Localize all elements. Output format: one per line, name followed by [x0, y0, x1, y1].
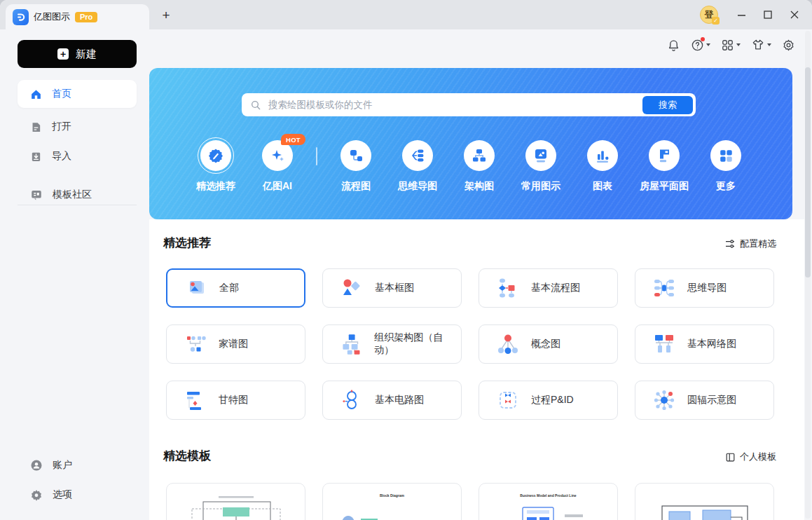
category-common-diagrams[interactable]: 常用图示	[510, 140, 572, 193]
user-avatar[interactable]: 登 ✓	[700, 6, 718, 24]
help-menu[interactable]	[691, 39, 710, 52]
apps-menu[interactable]	[721, 39, 741, 52]
card-label: 概念图	[531, 338, 560, 350]
category-row: 精选推荐 亿图AI HOT 流程图 思维导图	[185, 140, 757, 193]
sidebar-item-label: 选项	[53, 488, 72, 501]
category-ai[interactable]: 亿图AI HOT	[247, 140, 308, 193]
sidebar-item-label: 模板社区	[53, 189, 92, 201]
close-button[interactable]	[784, 4, 805, 25]
chevron-down-icon	[767, 43, 771, 46]
card-basic-flowchart[interactable]: 基本流程图	[479, 268, 618, 308]
common-diagrams-icon	[525, 140, 556, 171]
card-all[interactable]: 全部	[166, 268, 305, 308]
sidebar-item-label: 打开	[52, 121, 71, 133]
card-gantt-chart[interactable]: 甘特图	[166, 381, 305, 420]
scrollbar[interactable]	[805, 67, 811, 278]
app-logo-icon	[13, 9, 29, 25]
chevron-down-icon	[706, 43, 710, 46]
category-flowchart[interactable]: 流程图	[325, 140, 387, 193]
category-label: 图表	[593, 180, 612, 193]
search-icon	[250, 100, 261, 111]
personal-templates-icon	[725, 452, 736, 463]
card-radial-diagram[interactable]: 圆辐示意图	[635, 381, 774, 420]
templates-section-title: 精选模板	[163, 448, 211, 464]
hot-badge: HOT	[281, 134, 305, 145]
template-thumbnail[interactable]: Business Model and Product Line	[479, 483, 618, 520]
card-family-tree[interactable]: 家谱图	[166, 324, 305, 364]
template-thumbnail[interactable]	[635, 483, 774, 520]
avatar-check-icon: ✓	[712, 17, 720, 25]
configure-featured-link[interactable]: 配置精选	[724, 238, 776, 250]
card-label: 甘特图	[219, 394, 248, 406]
family-tree-icon	[184, 332, 207, 356]
card-label: 家谱图	[219, 338, 248, 350]
category-architecture[interactable]: 架构图	[448, 140, 510, 193]
category-featured[interactable]: 精选推荐	[185, 140, 247, 193]
sidebar-item-account[interactable]: 账户	[18, 451, 137, 479]
category-label: 架构图	[465, 180, 494, 193]
search-input[interactable]	[267, 99, 642, 111]
card-basic-network[interactable]: 基本网络图	[635, 324, 774, 364]
card-org-chart-auto[interactable]: 组织架构图（自动）	[322, 324, 462, 364]
card-concept-map[interactable]: 概念图	[479, 324, 618, 364]
card-basic-block-diagram[interactable]: 基本框图	[322, 268, 462, 308]
personal-templates-label: 个人模板	[740, 451, 776, 463]
sidebar-item-options[interactable]: 选项	[18, 481, 137, 509]
hierarchy-preview	[645, 495, 764, 520]
category-charts[interactable]: 图表	[572, 140, 633, 193]
flowchart-preview	[177, 495, 296, 520]
sidebar: ＋ 新建 首页 打开 导入 模板社区 账户 选项	[0, 29, 149, 520]
theme-menu[interactable]	[751, 38, 771, 52]
category-more[interactable]: 更多	[695, 140, 757, 193]
network-diagram-icon	[652, 332, 676, 356]
card-mind-map[interactable]: 思维导图	[635, 268, 774, 308]
org-chart-icon	[340, 332, 363, 356]
options-gear-icon	[30, 488, 43, 501]
category-label: 精选推荐	[196, 180, 235, 193]
minimize-button[interactable]	[731, 4, 752, 25]
app-window: 亿图图示 Pro + 登 ✓	[0, 0, 812, 520]
bar-chart-icon	[587, 140, 618, 171]
more-grid-icon	[710, 140, 741, 171]
card-label: 思维导图	[687, 282, 727, 294]
sidebar-item-import[interactable]: 导入	[18, 142, 137, 170]
tab-title: 亿图图示	[34, 11, 70, 23]
new-button-label: 新建	[76, 48, 97, 61]
new-document-button[interactable]: ＋ 新建	[18, 40, 137, 68]
notifications-bell-icon[interactable]	[667, 39, 680, 52]
concept-map-icon	[496, 332, 520, 356]
hero-banner: 搜索 精选推荐 亿图AI HOT 流程图	[149, 68, 792, 219]
card-label: 全部	[219, 282, 239, 294]
category-label: 亿图AI	[263, 180, 292, 193]
help-alert-dot	[701, 37, 705, 41]
home-icon	[30, 88, 42, 100]
category-floor-plan[interactable]: 房屋平面图	[633, 140, 695, 193]
card-basic-circuit[interactable]: 基本电路图	[322, 381, 462, 420]
sidebar-item-home[interactable]: 首页	[18, 80, 137, 108]
org-tree-icon	[464, 140, 495, 171]
new-tab-button[interactable]: +	[158, 7, 174, 24]
sidebar-item-open[interactable]: 打开	[18, 113, 137, 141]
category-label: 流程图	[341, 180, 371, 193]
title-bar: 亿图图示 Pro + 登 ✓	[0, 0, 812, 29]
card-process-pid[interactable]: 过程P&ID	[479, 381, 618, 420]
category-mindmap[interactable]: 思维导图	[387, 140, 448, 193]
sidebar-item-template-community[interactable]: 模板社区	[18, 181, 137, 209]
card-label: 基本网络图	[687, 338, 736, 350]
block-diagram-preview	[333, 499, 452, 520]
floor-plan-icon	[649, 140, 680, 171]
personal-templates-link[interactable]: 个人模板	[725, 451, 776, 463]
template-thumbnails: Block Diagram Business Model and Product…	[166, 483, 774, 520]
template-thumbnail[interactable]: Block Diagram	[322, 483, 462, 520]
app-tab[interactable]: 亿图图示 Pro	[6, 4, 149, 29]
card-label: 基本流程图	[531, 282, 580, 294]
search-button[interactable]: 搜索	[642, 96, 693, 114]
template-thumbnail[interactable]	[166, 483, 305, 520]
configure-featured-label: 配置精选	[740, 238, 776, 250]
mind-map-icon	[652, 276, 676, 300]
settings-gear-icon[interactable]	[782, 39, 795, 52]
sidebar-item-label: 账户	[53, 459, 72, 472]
maximize-button[interactable]	[757, 4, 778, 25]
featured-cards-grid: 全部 基本框图 基本流程图 思维导图 家谱图 组织架构图（自动）	[166, 268, 774, 420]
gantt-chart-icon	[184, 388, 207, 412]
